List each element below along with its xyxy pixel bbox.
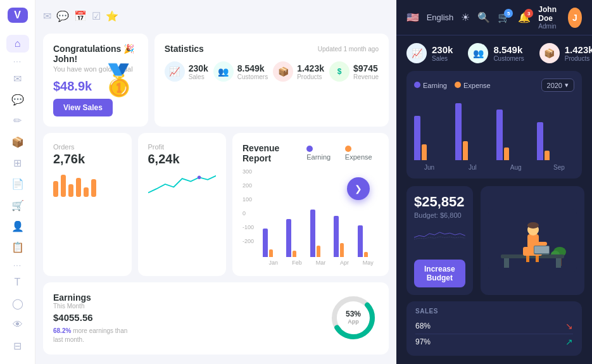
- sidebar-item-doc[interactable]: 📄: [6, 175, 29, 192]
- customers-value: 8.549k: [237, 63, 268, 73]
- svg-rect-8: [504, 258, 509, 268]
- chart-x-labels: Jan Feb Mar Apr May: [263, 260, 379, 266]
- dark-label-jun: Jun: [414, 164, 444, 171]
- right-header: 🇺🇸 English ☀ 🔍 🛒 5 🔔 3 John Doe Admin J: [396, 0, 592, 35]
- sun-icon[interactable]: ☀: [461, 11, 470, 23]
- dark-customers-val: 8.549k: [493, 44, 524, 55]
- sidebar-item-box[interactable]: 📦: [6, 134, 29, 151]
- dark-label-sep: Sep: [544, 164, 574, 171]
- cart-badge-container[interactable]: 🛒 5: [498, 11, 510, 23]
- sidebar-item-cart[interactable]: 🛒: [6, 197, 29, 214]
- user-role: Admin: [538, 23, 562, 30]
- medal-icon: 🥇: [100, 63, 138, 98]
- sidebar-item-grid[interactable]: ⊞: [6, 154, 29, 172]
- label-feb: Feb: [286, 260, 307, 266]
- toolbar-calendar-icon[interactable]: 📅: [74, 10, 87, 22]
- text-icon: T: [15, 277, 21, 288]
- svg-rect-11: [526, 256, 529, 262]
- home-icon: ⌂: [15, 38, 21, 49]
- customers-label: Customers: [237, 73, 268, 80]
- congrats-title: Congratulations 🎉 John!: [53, 44, 138, 64]
- trend-down-icon: ↘: [565, 321, 573, 331]
- search-icon[interactable]: 🔍: [477, 11, 490, 23]
- label-may: May: [358, 260, 379, 266]
- profit-label: Profit: [148, 143, 217, 151]
- dark-expense-dot: [455, 82, 461, 88]
- sidebar-item-edit[interactable]: ✏: [6, 112, 29, 129]
- sales-pct-2: 97%: [415, 337, 431, 346]
- dark-table-row-1: 68% ↘: [415, 318, 573, 334]
- products-icon: 📦: [273, 61, 293, 82]
- sidebar-item-circle[interactable]: ◯: [6, 295, 29, 312]
- cart-badge: 5: [504, 9, 513, 18]
- dark-expense-legend: Expense: [455, 82, 491, 89]
- products-value: 1.423k: [297, 63, 324, 73]
- dark-stat-customers: 👥 8.549k Customers: [468, 43, 524, 63]
- chevron-down-icon: ▾: [565, 81, 569, 89]
- doc-icon: 📄: [11, 178, 24, 190]
- sidebar-logo[interactable]: V: [8, 8, 28, 23]
- orders-card: Orders 2,76k: [43, 133, 132, 276]
- logo-icon: V: [14, 9, 21, 21]
- dark-stat-sales: 📈 230k Sales: [406, 43, 453, 63]
- revenue-label: Revenue: [353, 73, 379, 80]
- dark-bar-group-aug: [496, 110, 534, 160]
- orders-chart: [53, 172, 122, 197]
- sales-value: 230k: [189, 63, 208, 73]
- sidebar: V ⌂ ··· ✉ 💬 ✏ 📦 ⊞ 📄 🛒 👤 📋 ··· T ◯ 👁 ⊟: [0, 0, 35, 364]
- dark-bar-group-sep: [537, 122, 574, 160]
- earning-dot: [306, 146, 313, 152]
- toolbar-mail-icon[interactable]: ✉: [43, 10, 51, 22]
- svg-rect-18: [538, 242, 547, 246]
- dark-stat-products: 📦 1.423k Products: [539, 43, 592, 63]
- year-selector[interactable]: 2020 ▾: [541, 78, 574, 92]
- expense-dot: [345, 146, 351, 152]
- svg-rect-12: [536, 256, 539, 262]
- sidebar-dots-1: ···: [13, 57, 22, 66]
- customers-icon: 👥: [213, 61, 234, 82]
- wave-chart: [414, 219, 465, 251]
- expense-legend: Expense: [345, 146, 379, 161]
- sidebar-item-eye[interactable]: 👁: [6, 316, 29, 333]
- dark-customers-lbl: Customers: [493, 55, 524, 62]
- language-label[interactable]: English: [427, 13, 454, 22]
- dark-products-icon: 📦: [539, 43, 560, 63]
- label-mar: Mar: [310, 260, 331, 266]
- earnings-note: 68.2% more earnings than last month.: [53, 327, 129, 344]
- cart-icon: 🛒: [11, 199, 24, 211]
- stat-products: 📦 1.423kProducts: [273, 61, 324, 82]
- increase-budget-button[interactable]: Increase Budget: [414, 260, 465, 287]
- donut-label: 53% App: [346, 310, 361, 325]
- stats-grid: 📈 230kSales 👥 8.549kCustomers 📦 1.423kPr…: [165, 61, 379, 82]
- main-right: 🇺🇸 English ☀ 🔍 🛒 5 🔔 3 John Doe Admin J …: [396, 0, 592, 364]
- sidebar-item-chat[interactable]: 💬: [6, 91, 29, 108]
- sidebar-item-home[interactable]: ⌂: [6, 35, 29, 52]
- revenue-value: $9745: [353, 63, 379, 73]
- user-icon: 👤: [11, 220, 24, 232]
- sidebar-item-text[interactable]: T: [6, 274, 29, 291]
- stat-customers: 👥 8.549kCustomers: [213, 61, 268, 82]
- label-jan: Jan: [263, 260, 284, 266]
- earnings-card: Earnings This Month $4055.56 68.2% more …: [43, 282, 389, 355]
- sidebar-item-mail[interactable]: ✉: [6, 70, 29, 87]
- revenue-report-card: Revenue Report Earning Expense 300 200 1…: [232, 133, 389, 276]
- toolbar-star-icon[interactable]: ⭐: [106, 10, 118, 22]
- sidebar-item-layers[interactable]: ⊟: [6, 337, 29, 355]
- dark-products-val: 1.423k: [565, 44, 592, 55]
- nav-arrow-button[interactable]: ❯: [347, 177, 370, 200]
- congrats-card: Congratulations 🎉 John! You have won gol…: [43, 34, 148, 127]
- toolbar-check-icon[interactable]: ☑: [92, 10, 101, 22]
- view-sales-button[interactable]: View Sales: [53, 99, 113, 116]
- user-info[interactable]: John Doe Admin J: [538, 5, 582, 30]
- donut-pct: 53%: [346, 310, 361, 318]
- sidebar-item-user[interactable]: 👤: [6, 218, 29, 235]
- bell-badge-container[interactable]: 🔔 3: [518, 11, 531, 23]
- sidebar-item-list[interactable]: 📋: [6, 239, 29, 256]
- dark-table-preview: SALES 68% ↘ 97% ↗: [406, 301, 582, 356]
- dark-bar-group-jul: [455, 103, 493, 160]
- budget-label: Budget: $6,800: [414, 211, 465, 219]
- earnings-info: Earnings This Month $4055.56 68.2% more …: [53, 292, 129, 344]
- chart-y-labels: 300 200 100 0 -100 -200: [242, 168, 260, 244]
- dark-chart-legend: Earning Expense: [414, 82, 491, 89]
- toolbar-chat-icon[interactable]: 💬: [56, 10, 69, 22]
